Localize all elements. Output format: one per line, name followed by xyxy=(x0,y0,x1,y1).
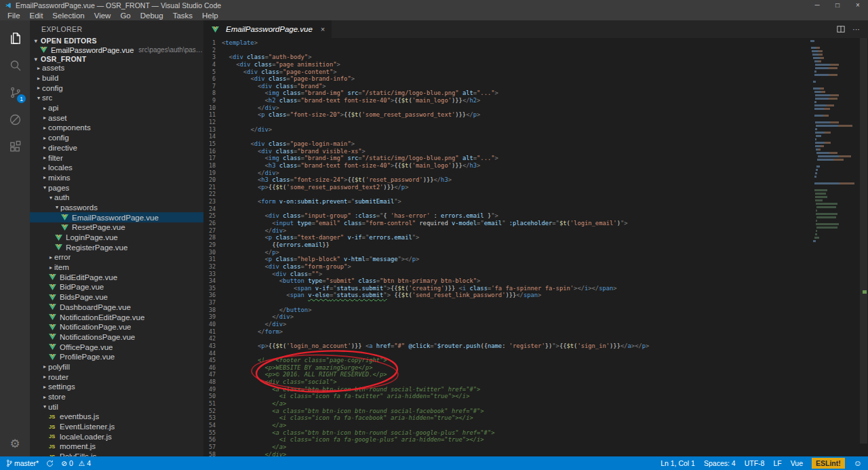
tree-item-mixins[interactable]: ▸mixins xyxy=(30,173,203,183)
tree-item-error[interactable]: ▸error xyxy=(30,252,203,262)
code-line[interactable]: 46 <p>WEBSITE BY amazingSurge</p> xyxy=(203,364,808,372)
code-line[interactable]: 44 xyxy=(203,350,808,357)
activity-search-button[interactable] xyxy=(0,52,30,79)
tree-item-polyfills.js[interactable]: JSPolyFills.js xyxy=(30,452,203,456)
code-line[interactable]: 4 <div class="page animsition"> xyxy=(203,61,808,68)
code-line[interactable]: 28 <p class="text-danger" v-if="errors.e… xyxy=(203,234,808,241)
scrollbar-thumb[interactable] xyxy=(860,38,867,444)
editor-scrollbar[interactable] xyxy=(859,38,868,456)
menu-help[interactable]: Help xyxy=(197,12,223,20)
tree-item-registerpage.vue[interactable]: RegisterPage.vue xyxy=(30,242,203,252)
tree-item-build[interactable]: ▸build xyxy=(30,73,203,83)
code-line[interactable]: 23 <form v-on:submit.prevent="submitEmai… xyxy=(203,198,808,205)
code-line[interactable]: 45 <!-- <footer class="page-copyright"> xyxy=(203,357,808,364)
menu-tasks[interactable]: Tasks xyxy=(168,12,197,20)
code-line[interactable]: 53 <i class="icon fa fa-facebook" aria-h… xyxy=(203,414,808,422)
tree-item-asset[interactable]: ▸asset xyxy=(30,113,203,123)
code-line[interactable]: 27 </div> xyxy=(203,227,808,235)
code-line[interactable]: 43 <p>{{$t('login_no_account')}} <a href… xyxy=(203,342,808,350)
code-line[interactable]: 37 xyxy=(203,299,808,307)
tree-item-directive[interactable]: ▸directive xyxy=(30,143,203,153)
code-line[interactable]: 12 xyxy=(203,119,808,126)
code-line[interactable]: 51 </a> xyxy=(203,400,808,408)
tree-item-eventlistener.js[interactable]: JSEventListener.js xyxy=(30,422,203,432)
tree-item-components[interactable]: ▸components xyxy=(30,123,203,133)
menu-file[interactable]: File xyxy=(3,12,25,20)
code-line[interactable]: 24 xyxy=(203,205,808,213)
git-branch-indicator[interactable]: master* xyxy=(6,459,39,467)
code-line[interactable]: 25 <div class="input-group" :class="{ 'h… xyxy=(203,212,808,220)
tree-item-notificationspage.vue[interactable]: NotificationsPage.vue xyxy=(30,332,203,342)
tab-emailpasswordpage[interactable]: EmailPasswordPage.vue × xyxy=(203,20,332,38)
code-line[interactable]: 30 </p> xyxy=(203,249,808,256)
code-line[interactable]: 22 xyxy=(203,191,808,198)
open-editors-header[interactable]: ▾ OPEN EDITORS xyxy=(30,37,203,45)
tree-item-polyfill[interactable]: ▸polyfill xyxy=(30,362,203,372)
language-indicator[interactable]: Vue xyxy=(791,459,803,467)
activity-debug-button[interactable] xyxy=(0,106,30,133)
tree-item-eventbus.js[interactable]: JSeventbus.js xyxy=(30,412,203,422)
feedback-smiley-icon[interactable]: ☺ xyxy=(854,458,862,468)
code-line[interactable]: 15 <div class="page-login-main"> xyxy=(203,140,808,148)
code-line[interactable]: 35 <span v-if="status.submit">{{$t('crea… xyxy=(203,285,808,292)
tree-item-emailpasswordpage.vue[interactable]: EmailPasswordPage.vue xyxy=(30,212,203,222)
tree-item-filter[interactable]: ▸filter xyxy=(30,153,203,163)
more-actions-icon[interactable]: ··· xyxy=(852,25,860,33)
tree-item-passwords[interactable]: ▾passwords xyxy=(30,203,203,213)
code-line[interactable]: 54 </a> xyxy=(203,422,808,429)
tree-item-localeloader.js[interactable]: JSlocaleLoader.js xyxy=(30,431,203,442)
code-line[interactable]: 7 <div class="brand"> xyxy=(203,83,808,90)
code-line[interactable]: 40 </div> xyxy=(203,321,808,328)
code-line[interactable]: 38 </button> xyxy=(203,307,808,314)
tree-item-store[interactable]: ▸store xyxy=(30,392,203,402)
tree-item-bideditpage.vue[interactable]: BidEditPage.vue xyxy=(30,272,203,282)
open-editor-item[interactable]: EmailPasswordPage.vuesrc\pages\auth\pass… xyxy=(30,45,203,55)
activity-extensions-button[interactable] xyxy=(0,133,30,160)
menu-selection[interactable]: Selection xyxy=(47,12,89,20)
cursor-position[interactable]: Ln 1, Col 1 xyxy=(660,459,695,467)
code-line[interactable]: 55 <a class="btn btn-icon btn-round soci… xyxy=(203,429,808,437)
code-line[interactable]: 31 <p class="help-block" v-html="message… xyxy=(203,256,808,263)
code-line[interactable]: 3 <div class="auth-body"> xyxy=(203,54,808,61)
tree-item-config[interactable]: ▸config xyxy=(30,83,203,93)
encoding-indicator[interactable]: UTF-8 xyxy=(745,459,765,467)
code-line[interactable]: 42 xyxy=(203,335,808,342)
code-line[interactable]: 36 <span v-else="status.submit"> {{$t('s… xyxy=(203,292,808,299)
git-sync-button[interactable] xyxy=(46,460,54,467)
code-line[interactable]: 39 </div> xyxy=(203,313,808,321)
tree-item-moment.js[interactable]: JSmoment.js xyxy=(30,442,203,452)
settings-gear-icon[interactable]: ⚙ xyxy=(9,437,20,451)
code-line[interactable]: 13 </div> xyxy=(203,126,808,134)
code-line[interactable]: 10 </div> xyxy=(203,104,808,112)
code-line[interactable]: 8 <img class="brand-img" src="/static/im… xyxy=(203,90,808,97)
eol-indicator[interactable]: LF xyxy=(773,459,781,467)
minimize-button[interactable]: ─ xyxy=(807,0,827,10)
tree-item-bidpage.vue[interactable]: BidPage.vue xyxy=(30,282,203,292)
tree-item-dashboardpage.vue[interactable]: DashboardPage.vue xyxy=(30,302,203,313)
tree-item-resetpage.vue[interactable]: ResetPage.vue xyxy=(30,222,203,233)
tree-item-pages[interactable]: ▾pages xyxy=(30,182,203,193)
code-line[interactable]: 29 {{errors.email}} xyxy=(203,241,808,249)
code-line[interactable]: 32 <div class="form-group"> xyxy=(203,263,808,271)
code-line[interactable]: 41 </form> xyxy=(203,328,808,336)
indentation-indicator[interactable]: Spaces: 4 xyxy=(704,459,736,467)
tree-item-item[interactable]: ▸item xyxy=(30,262,203,273)
code-line[interactable]: 11 <p class="font-size-20">{{$t('some_re… xyxy=(203,111,808,119)
code-line[interactable]: 58 </div> xyxy=(203,451,808,456)
code-line[interactable]: 48 <div class="social"> xyxy=(203,378,808,386)
code-line[interactable]: 19 </div> xyxy=(203,170,808,177)
code-line[interactable]: 9 <h2 class="brand-text font-size-40">{{… xyxy=(203,97,808,104)
code-line[interactable]: 34 <button type="submit" class="btn btn-… xyxy=(203,277,808,285)
tree-item-api[interactable]: ▸api xyxy=(30,103,203,113)
code-line[interactable]: 52 <a class="btn btn-icon btn-round soci… xyxy=(203,408,808,415)
menu-view[interactable]: View xyxy=(90,12,116,20)
code-line[interactable]: 57 </a> xyxy=(203,444,808,451)
tree-item-config[interactable]: ▸config xyxy=(30,133,203,143)
eslint-status[interactable]: ESLint! xyxy=(812,458,845,469)
menu-go[interactable]: Go xyxy=(115,12,135,20)
code-line[interactable]: 1<template> xyxy=(203,39,808,47)
activity-source-control-button[interactable]: 1 xyxy=(0,79,30,106)
maximize-button[interactable]: □ xyxy=(827,0,848,10)
code-line[interactable]: 21 <p>{{$t('some_reset_password_text2')}… xyxy=(203,184,808,191)
problems-indicator[interactable]: ⊘ 0 ⚠ 4 xyxy=(61,459,91,467)
